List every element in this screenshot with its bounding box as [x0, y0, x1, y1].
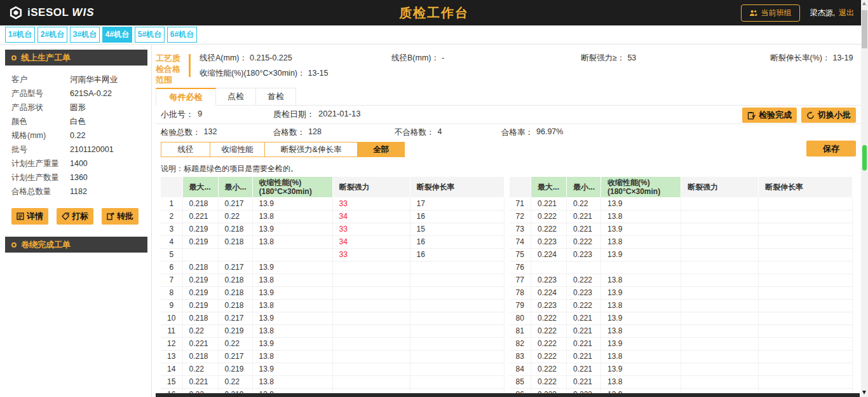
cell-force[interactable] — [681, 223, 759, 235]
cell-elong[interactable]: 16 — [410, 248, 504, 261]
cell-max[interactable]: 0.223 — [531, 235, 567, 248]
cell-elong[interactable] — [759, 223, 853, 235]
cell-min[interactable]: 0.218 — [218, 299, 252, 312]
cell-shrink[interactable]: 13.8 — [252, 210, 332, 223]
cell-min[interactable]: 0.22 — [218, 337, 252, 350]
cell-shrink[interactable]: 13.8 — [601, 299, 681, 312]
cell-min[interactable]: 0.222 — [567, 235, 601, 248]
cell-elong[interactable]: 17 — [410, 197, 504, 210]
cell-max[interactable]: 0.223 — [531, 299, 567, 312]
cell-shrink[interactable]: 13.8 — [601, 210, 681, 223]
cell-force[interactable] — [681, 248, 759, 261]
cell-min[interactable]: 0.218 — [218, 274, 252, 286]
cell-shrink[interactable]: 13.9 — [601, 312, 681, 324]
cell-max[interactable]: 0.222 — [531, 312, 567, 324]
cell-shrink[interactable]: 13.8 — [252, 299, 332, 312]
cell-force[interactable] — [681, 337, 759, 350]
tab-首检[interactable]: 首检 — [256, 88, 296, 106]
cell-max[interactable]: 0.222 — [531, 324, 567, 337]
cell-shrink[interactable]: 13.9 — [252, 312, 332, 324]
cell-shrink[interactable]: 13.9 — [601, 337, 681, 350]
cell-elong[interactable] — [759, 299, 853, 312]
cell-min[interactable]: 0.22 — [567, 197, 601, 210]
cell-force[interactable] — [332, 375, 410, 388]
cell-elong[interactable] — [759, 375, 853, 388]
cell-min[interactable]: 0.221 — [567, 375, 601, 388]
cell-max[interactable]: 0.221 — [182, 375, 218, 388]
cell-force[interactable] — [332, 312, 410, 324]
cell-force[interactable]: 34 — [332, 210, 410, 223]
cell-elong[interactable] — [759, 363, 853, 375]
cell-max[interactable]: 0.224 — [531, 248, 567, 261]
cell-shrink[interactable] — [252, 248, 332, 261]
cell-min[interactable]: 0.221 — [567, 324, 601, 337]
cell-shrink[interactable]: 13.9 — [601, 248, 681, 261]
cell-max[interactable]: 0.219 — [182, 223, 218, 235]
cell-max[interactable]: 0.221 — [182, 210, 218, 223]
switch-batch-button[interactable]: 切换小批 — [801, 108, 856, 123]
cell-min[interactable]: 0.221 — [567, 337, 601, 350]
tab-点检[interactable]: 点检 — [216, 88, 256, 106]
cell-min[interactable]: 0.221 — [567, 210, 601, 223]
cell-max[interactable]: 0.219 — [182, 299, 218, 312]
cell-min[interactable]: 0.217 — [218, 312, 252, 324]
cell-max[interactable]: 0.221 — [182, 337, 218, 350]
cell-force[interactable] — [681, 274, 759, 286]
cell-elong[interactable] — [759, 286, 853, 299]
machine-tab[interactable]: 2#机台 — [37, 27, 67, 43]
cell-elong[interactable] — [759, 324, 853, 337]
cell-force[interactable] — [681, 324, 759, 337]
cell-force[interactable] — [332, 363, 410, 375]
machine-tab[interactable]: 1#机台 — [5, 27, 35, 43]
filter-button[interactable]: 收缩性能 — [210, 142, 265, 157]
cell-max[interactable]: 0.218 — [182, 261, 218, 274]
cell-min[interactable]: 0.221 — [567, 363, 601, 375]
cell-min[interactable]: 0.22 — [218, 210, 252, 223]
cell-force[interactable]: 33 — [332, 223, 410, 235]
cell-shrink[interactable]: 13.9 — [601, 223, 681, 235]
filter-button[interactable]: 全部 — [358, 142, 405, 157]
cell-elong[interactable] — [410, 350, 504, 363]
green-scrollbar-thumb[interactable] — [862, 145, 867, 171]
cell-elong[interactable] — [759, 210, 853, 223]
cell-max[interactable]: 0.222 — [531, 375, 567, 388]
cell-shrink[interactable]: 13.9 — [601, 286, 681, 299]
cell-shrink[interactable]: 13.8 — [601, 350, 681, 363]
machine-tab[interactable]: 6#机台 — [167, 27, 197, 43]
cell-elong[interactable] — [410, 261, 504, 274]
cell-shrink[interactable]: 13.8 — [601, 324, 681, 337]
cell-max[interactable]: 0.219 — [182, 235, 218, 248]
cell-min[interactable]: 0.221 — [567, 350, 601, 363]
cell-max[interactable]: 0.222 — [531, 350, 567, 363]
cell-force[interactable] — [332, 286, 410, 299]
cell-force[interactable] — [681, 299, 759, 312]
save-button[interactable]: 保存 — [806, 141, 856, 157]
cell-shrink[interactable]: 13.8 — [252, 324, 332, 337]
cell-max[interactable]: 0.219 — [182, 286, 218, 299]
cell-force[interactable] — [681, 286, 759, 299]
cell-force[interactable]: 33 — [332, 197, 410, 210]
cell-force[interactable] — [681, 363, 759, 375]
inspection-complete-button[interactable]: 检验完成 — [742, 108, 797, 123]
cell-max[interactable]: 0.22 — [182, 363, 218, 375]
cell-min[interactable]: 0.218 — [218, 235, 252, 248]
cell-max[interactable] — [182, 248, 218, 261]
cell-force[interactable] — [681, 235, 759, 248]
cell-elong[interactable] — [410, 337, 504, 350]
cell-min[interactable]: 0.218 — [218, 223, 252, 235]
cell-force[interactable] — [332, 261, 410, 274]
cell-min[interactable]: 0.221 — [567, 312, 601, 324]
cell-shrink[interactable]: 13.8 — [252, 274, 332, 286]
cell-min[interactable]: 0.223 — [567, 248, 601, 261]
cell-min[interactable]: 0.22 — [218, 375, 252, 388]
scroll-down-arrow-icon[interactable] — [862, 391, 866, 394]
cell-force[interactable]: 33 — [332, 248, 410, 261]
cell-shrink[interactable]: 13.8 — [252, 375, 332, 388]
cell-max[interactable]: 0.222 — [531, 363, 567, 375]
cell-elong[interactable] — [410, 286, 504, 299]
cell-min[interactable]: 0.219 — [218, 324, 252, 337]
cell-shrink[interactable]: 13.8 — [252, 350, 332, 363]
cell-shrink[interactable]: 13.9 — [252, 286, 332, 299]
cell-force[interactable] — [332, 324, 410, 337]
cell-max[interactable]: 0.218 — [182, 350, 218, 363]
